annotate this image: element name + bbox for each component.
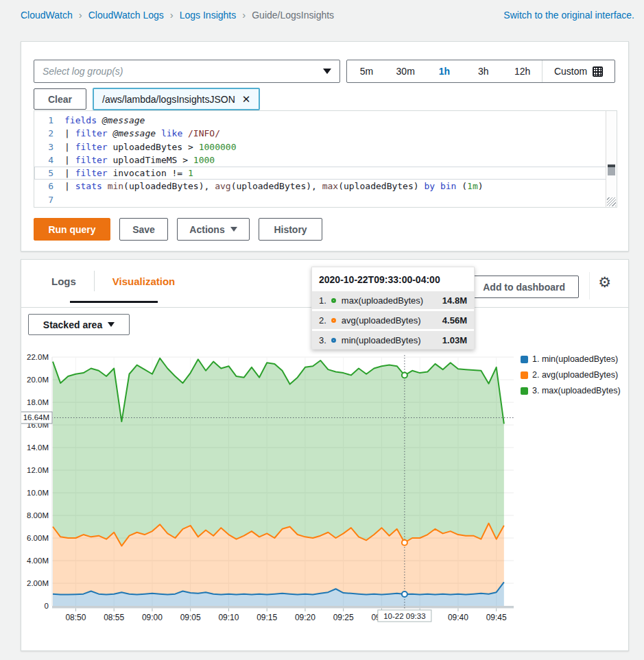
code-token: max — [322, 181, 338, 191]
svg-text:09:20: 09:20 — [295, 613, 315, 622]
line-number: 6 — [34, 180, 64, 193]
line-code: | filter invocation != 1 — [64, 167, 193, 180]
time-range-option-5m[interactable]: 5m — [347, 60, 386, 82]
clear-button[interactable]: Clear — [34, 88, 86, 110]
gear-icon[interactable]: ⚙ — [598, 275, 611, 289]
legend-label: 1. min(uploadedBytes) — [532, 354, 618, 364]
editor-line[interactable]: 3| filter uploadedBytes > 1000000 — [34, 140, 617, 154]
legend-label: 3. max(uploadedBytes) — [532, 386, 621, 395]
tab-logs[interactable]: Logs — [34, 260, 94, 302]
code-token: uploadedBytes — [344, 181, 414, 191]
switch-interface-link[interactable]: Switch to the original interface. — [503, 10, 634, 21]
line-code: | filter uploadedBytes > 1000000 — [64, 140, 236, 154]
line-code: fields @message — [64, 114, 145, 127]
code-token: | — [64, 168, 75, 178]
time-range-custom[interactable]: Custom — [542, 60, 615, 82]
line-number: 5 — [34, 167, 64, 180]
save-button[interactable]: Save — [119, 218, 168, 241]
legend-item[interactable]: 1. min(uploadedBytes) — [521, 354, 621, 364]
code-token: min — [108, 181, 123, 191]
breadcrumb-separator-icon: › — [170, 9, 174, 21]
editor-scrollbar-thumb[interactable] — [608, 164, 615, 175]
svg-text:09:25: 09:25 — [333, 613, 354, 622]
remove-tag-icon[interactable]: ✕ — [242, 94, 251, 104]
chevron-down-icon — [108, 322, 115, 327]
legend-item[interactable]: 2. avg(uploadedBytes) — [521, 370, 621, 380]
editor-line[interactable]: 1fields @message — [34, 114, 617, 127]
editor-line[interactable]: 6| stats min(uploadedBytes), avg(uploade… — [34, 180, 617, 193]
editor-line[interactable]: 4| filter uploadTimeMS > 1000 — [34, 154, 617, 167]
line-number: 2 — [34, 127, 64, 140]
tooltip-row-label: avg(uploadedBytes) — [342, 315, 421, 326]
chevron-down-icon — [230, 227, 237, 232]
svg-text:09:00: 09:00 — [142, 613, 163, 622]
code-token: 1000 — [193, 155, 215, 165]
code-token: > — [182, 155, 193, 165]
header-divider — [589, 272, 590, 300]
time-range-option-1h[interactable]: 1h — [425, 60, 464, 82]
code-token: filter — [75, 155, 113, 165]
time-range-option-12h[interactable]: 12h — [503, 60, 542, 82]
time-range-option-30m[interactable]: 30m — [386, 60, 425, 82]
query-actions-row: Run query Save Actions History — [34, 218, 322, 241]
breadcrumb-separator-icon: › — [79, 9, 82, 21]
chart-type-label: Stacked area — [43, 319, 102, 330]
code-token: /INFO/ — [188, 128, 220, 138]
code-token: by — [424, 181, 440, 191]
svg-text:09:45: 09:45 — [486, 613, 507, 622]
svg-text:2.00M: 2.00M — [27, 579, 49, 587]
tooltip-row-value: 1.03M — [442, 335, 467, 345]
log-group-select[interactable]: Select log group(s) — [34, 60, 340, 83]
svg-text:14.0M: 14.0M — [27, 443, 49, 452]
log-group-placeholder: Select log group(s) — [43, 66, 323, 77]
code-token: 1 — [188, 168, 193, 178]
breadcrumb-link[interactable]: CloudWatch Logs — [88, 10, 164, 21]
log-group-tag-label: /aws/lambda/logsInsightsJSON — [102, 94, 235, 105]
code-token: 1m — [467, 181, 478, 191]
line-code: | filter uploadTimeMS > 1000 — [64, 154, 215, 167]
tooltip-row: 2.avg(uploadedBytes)4.56M — [312, 311, 474, 329]
chart-type-button[interactable]: Stacked area — [28, 314, 130, 335]
editor-resize-handle[interactable] — [607, 197, 616, 206]
code-token: filter — [75, 168, 113, 178]
run-query-button[interactable]: Run query — [34, 218, 110, 241]
legend-item[interactable]: 3. max(uploadedBytes) — [521, 386, 621, 395]
code-token: | — [64, 128, 75, 138]
add-to-dashboard-button[interactable]: Add to dashboard — [469, 276, 579, 298]
editor-line[interactable]: 2| filter @message like /INFO/ — [34, 127, 617, 140]
code-token: uploadedBytes — [112, 142, 188, 152]
editor-line[interactable]: 7 — [34, 193, 617, 206]
tooltip-row-index: 3. — [319, 335, 326, 345]
breadcrumb-link[interactable]: Logs Insights — [180, 10, 237, 21]
query-editor[interactable]: 1fields @message2| filter @message like … — [34, 110, 617, 208]
code-token: > — [188, 142, 199, 152]
svg-text:10.0M: 10.0M — [27, 489, 49, 497]
svg-text:8.00M: 8.00M — [27, 511, 49, 520]
tooltip-row-value: 4.56M — [442, 315, 467, 326]
code-token: @message — [112, 128, 156, 138]
breadcrumb-link[interactable]: CloudWatch — [21, 10, 73, 21]
code-token: filter — [75, 128, 113, 138]
tooltip-timestamp: 2020-10-22T09:33:00-04:00 — [312, 267, 474, 291]
actions-button[interactable]: Actions — [177, 218, 250, 241]
line-number: 3 — [34, 140, 64, 154]
editor-scrollbar[interactable] — [606, 111, 617, 207]
time-range-option-3h[interactable]: 3h — [464, 60, 503, 82]
svg-text:4.00M: 4.00M — [27, 557, 49, 565]
query-panel: Select log group(s) 5m30m1h3h12h Custom … — [21, 41, 629, 252]
code-token: ), — [199, 181, 215, 191]
tooltip-row-label: min(uploadedBytes) — [342, 335, 421, 345]
code-token: like — [161, 128, 188, 138]
code-token: bin — [440, 181, 462, 191]
tooltip-row-label: max(uploadedBytes) — [342, 295, 423, 306]
code-token: uploadedBytes — [236, 181, 306, 191]
code-token: @message — [102, 115, 145, 125]
history-button[interactable]: History — [259, 218, 322, 241]
svg-text:09:15: 09:15 — [257, 613, 277, 622]
legend-label: 2. avg(uploadedBytes) — [532, 370, 618, 380]
tab-visualization[interactable]: Visualization — [95, 260, 193, 302]
log-group-tag[interactable]: /aws/lambda/logsInsightsJSON ✕ — [93, 88, 260, 110]
editor-line[interactable]: 5| filter invocation != 1 — [34, 167, 617, 180]
svg-text:18.0M: 18.0M — [27, 398, 49, 406]
code-token: ( — [338, 181, 344, 191]
